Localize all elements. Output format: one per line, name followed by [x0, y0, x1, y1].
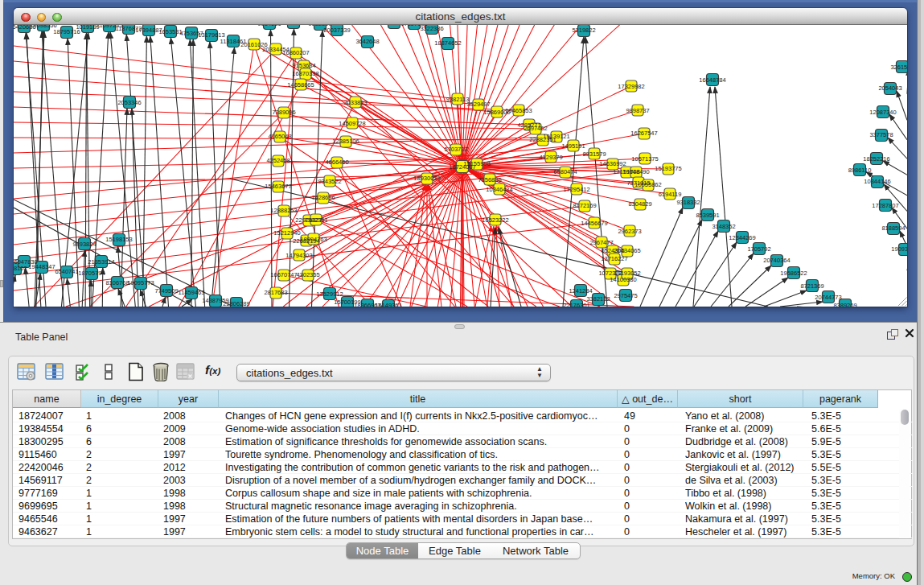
svg-text:2817683: 2817683 [264, 289, 287, 296]
svg-text:16149361: 16149361 [375, 302, 401, 307]
svg-text:19586522: 19586522 [780, 270, 807, 277]
svg-text:17295412: 17295412 [563, 186, 589, 193]
svg-text:5308102: 5308102 [14, 265, 27, 272]
svg-text:14509728: 14509728 [339, 120, 365, 127]
svg-text:16648784: 16648784 [699, 76, 725, 84]
svg-text:9034686: 9034686 [257, 25, 281, 27]
svg-text:17287807: 17287807 [872, 202, 898, 209]
svg-text:14456679: 14456679 [581, 220, 607, 227]
svg-text:2053346: 2053346 [117, 99, 141, 106]
svg-text:2054043: 2054043 [878, 84, 901, 92]
svg-text:10344146: 10344146 [864, 178, 890, 185]
svg-text:13716227: 13716227 [601, 255, 627, 262]
svg-text:9153634: 9153634 [292, 62, 315, 69]
svg-text:5703737: 5703737 [444, 146, 467, 153]
svg-text:8539591: 8539591 [696, 212, 719, 219]
svg-text:9318332: 9318332 [676, 199, 700, 206]
svg-text:14636992: 14636992 [599, 160, 626, 167]
svg-text:19193052: 19193052 [614, 270, 640, 277]
svg-text:18994763: 18994763 [300, 236, 326, 243]
svg-text:14100380: 14100380 [610, 276, 636, 283]
svg-text:2962373: 2962373 [618, 228, 641, 235]
svg-text:8389269: 8389269 [833, 302, 856, 307]
svg-text:3382132: 3382132 [586, 295, 610, 303]
svg-text:16267547: 16267547 [630, 130, 657, 137]
svg-text:18930029: 18930029 [413, 175, 440, 182]
svg-text:16523222: 16523222 [482, 216, 508, 224]
svg-text:21353914: 21353914 [88, 258, 114, 266]
svg-text:8931579: 8931579 [582, 150, 606, 158]
svg-text:18724007: 18724007 [449, 163, 475, 171]
svg-text:3377578: 3377578 [869, 131, 893, 138]
svg-text:10955862: 10955862 [634, 181, 661, 188]
svg-text:3148352: 3148352 [712, 223, 735, 230]
svg-text:18705794: 18705794 [78, 270, 105, 277]
svg-text:1241284: 1241284 [569, 287, 592, 295]
svg-text:16870338: 16870338 [292, 70, 318, 77]
svg-text:7389096: 7389096 [272, 109, 295, 116]
svg-text:7382351: 7382351 [304, 216, 327, 224]
svg-text:12344269: 12344269 [729, 234, 755, 241]
svg-text:6580474: 6580474 [553, 168, 577, 175]
svg-text:12087340: 12087340 [869, 109, 896, 116]
svg-text:8106768: 8106768 [105, 279, 129, 286]
svg-text:10571375: 10571375 [631, 155, 658, 163]
svg-text:19139121: 19139121 [543, 133, 569, 140]
svg-text:8986110: 8986110 [848, 167, 872, 174]
svg-text:2697462: 2697462 [524, 125, 547, 132]
svg-text:3033823: 3033823 [343, 99, 367, 106]
svg-text:8304829: 8304829 [628, 200, 651, 208]
svg-text:15463677: 15463677 [265, 183, 291, 190]
svg-text:2975475: 2975475 [614, 292, 637, 299]
svg-text:4165048: 4165048 [268, 133, 291, 140]
svg-text:4666460: 4666460 [325, 159, 348, 166]
svg-text:18252216: 18252216 [863, 155, 889, 163]
svg-text:1705792: 1705792 [747, 245, 770, 253]
svg-text:8188594: 8188594 [881, 225, 905, 232]
svg-text:22806289: 22806289 [223, 300, 249, 307]
svg-text:14658665: 14658665 [287, 81, 314, 89]
svg-text:16860207: 16860207 [282, 49, 309, 56]
svg-text:8172169: 8172169 [573, 202, 596, 209]
svg-text:16670747: 16670747 [270, 271, 297, 278]
svg-text:7156836: 7156836 [478, 176, 501, 183]
svg-text:6194119: 6194119 [659, 191, 682, 198]
svg-text:15198153: 15198153 [105, 236, 132, 243]
svg-text:3642648: 3642648 [355, 38, 379, 45]
svg-text:5219822: 5219822 [572, 27, 595, 34]
svg-text:11459463: 11459463 [179, 289, 205, 296]
svg-text:9382113: 9382113 [446, 96, 470, 103]
svg-text:8721369: 8721369 [800, 282, 823, 290]
svg-text:3322386: 3322386 [420, 25, 443, 32]
svg-text:2967477: 2967477 [589, 239, 613, 246]
svg-text:3529497: 3529497 [466, 101, 490, 108]
svg-text:7428696: 7428696 [311, 194, 335, 201]
svg-text:4252458: 4252458 [266, 157, 290, 164]
svg-text:10346424: 10346424 [486, 186, 512, 193]
svg-text:1653531: 1653531 [158, 28, 182, 35]
svg-text:20744773: 20744773 [815, 294, 841, 301]
svg-text:3261579: 3261579 [890, 64, 907, 71]
svg-text:19095773: 19095773 [127, 279, 154, 286]
svg-text:20434065: 20434065 [614, 247, 640, 254]
svg-text:12385106: 12385106 [332, 138, 359, 145]
svg-text:9893824: 9893824 [72, 241, 96, 248]
svg-text:7749509: 7749509 [154, 287, 178, 295]
svg-text:6540741: 6540741 [55, 268, 78, 275]
svg-text:1495191: 1495191 [561, 142, 585, 150]
svg-text:20740364: 20740364 [763, 257, 790, 264]
svg-text:22176301: 22176301 [563, 302, 589, 307]
svg-text:13529912: 13529912 [316, 290, 343, 298]
svg-text:17329982: 17329982 [618, 83, 644, 90]
svg-text:19648490: 19648490 [622, 168, 649, 175]
svg-text:4302355: 4302355 [296, 271, 319, 278]
svg-text:14794303: 14794303 [285, 252, 312, 259]
svg-text:15193775: 15193775 [655, 165, 681, 172]
svg-text:19093688: 19093688 [891, 245, 907, 253]
svg-text:15212940: 15212940 [273, 229, 300, 237]
svg-text:18874652: 18874652 [434, 39, 461, 47]
svg-text:4129379: 4129379 [539, 154, 562, 161]
svg-text:9343522: 9343522 [318, 178, 341, 185]
svg-text:19448347: 19448347 [28, 263, 55, 270]
svg-text:2943646: 2943646 [281, 25, 305, 26]
